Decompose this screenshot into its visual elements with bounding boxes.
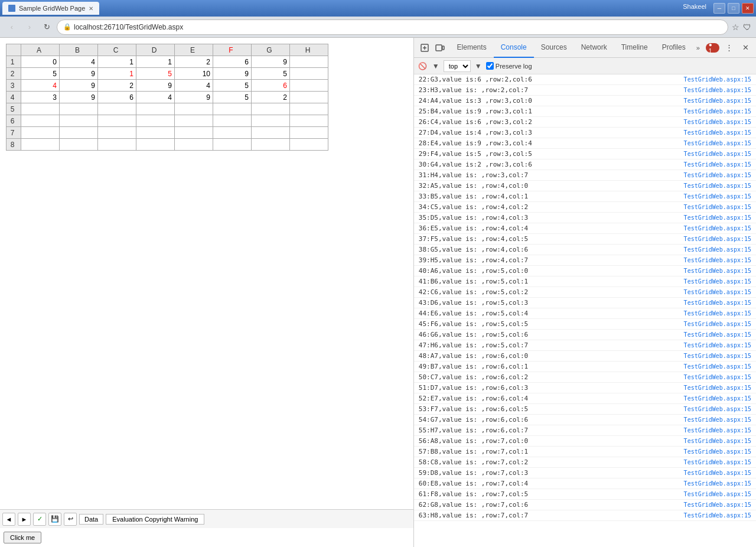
cell-r0-c7[interactable] bbox=[290, 56, 328, 68]
cell-r7-c5[interactable] bbox=[213, 139, 252, 151]
log-source-link[interactable]: TestGridWeb.aspx:15 bbox=[684, 438, 751, 444]
cell-r1-c2[interactable]: 1 bbox=[98, 68, 136, 80]
log-source-link[interactable]: TestGridWeb.aspx:15 bbox=[684, 140, 751, 146]
cell-r4-c1[interactable] bbox=[60, 103, 98, 115]
cell-r6-c3[interactable] bbox=[136, 127, 175, 139]
undo-button[interactable]: ↩ bbox=[64, 513, 77, 526]
cell-r3-c0[interactable]: 3 bbox=[21, 92, 60, 103]
cell-r1-c5[interactable]: 9 bbox=[213, 68, 252, 80]
cell-r1-c3[interactable]: 5 bbox=[136, 68, 175, 80]
tab-elements[interactable]: Elements bbox=[450, 38, 494, 58]
cell-r5-c7[interactable] bbox=[290, 115, 328, 127]
cell-r7-c4[interactable] bbox=[175, 139, 213, 151]
log-source-link[interactable]: TestGridWeb.aspx:15 bbox=[684, 459, 751, 465]
cell-r2-c6[interactable]: 6 bbox=[252, 80, 290, 92]
cell-r7-c2[interactable] bbox=[98, 139, 136, 151]
log-source-link[interactable]: TestGridWeb.aspx:15 bbox=[684, 512, 751, 519]
cell-r7-c3[interactable] bbox=[136, 139, 175, 151]
cell-r6-c7[interactable] bbox=[290, 127, 328, 139]
cell-r0-c2[interactable]: 1 bbox=[98, 56, 136, 68]
log-source-link[interactable]: TestGridWeb.aspx:15 bbox=[684, 342, 751, 349]
log-source-link[interactable]: TestGridWeb.aspx:15 bbox=[684, 119, 751, 125]
log-source-link[interactable]: TestGridWeb.aspx:15 bbox=[684, 289, 751, 295]
devtools-menu-button[interactable]: ⋮ bbox=[722, 40, 736, 56]
device-mode-icon[interactable] bbox=[433, 40, 447, 56]
cell-r1-c4[interactable]: 10 bbox=[175, 68, 213, 80]
refresh-button[interactable]: ↻ bbox=[40, 21, 53, 34]
log-source-link[interactable]: TestGridWeb.aspx:15 bbox=[684, 97, 751, 104]
cell-r4-c5[interactable] bbox=[213, 103, 252, 115]
log-source-link[interactable]: TestGridWeb.aspx:15 bbox=[684, 331, 751, 338]
cell-r7-c0[interactable] bbox=[21, 139, 60, 151]
log-source-link[interactable]: TestGridWeb.aspx:15 bbox=[684, 129, 751, 136]
log-source-link[interactable]: TestGridWeb.aspx:15 bbox=[684, 502, 751, 508]
log-source-link[interactable]: TestGridWeb.aspx:15 bbox=[684, 395, 751, 402]
back-button[interactable]: ‹ bbox=[5, 20, 19, 34]
log-source-link[interactable]: TestGridWeb.aspx:15 bbox=[684, 416, 751, 423]
cell-r5-c6[interactable] bbox=[252, 115, 290, 127]
context-select[interactable]: top bbox=[444, 60, 471, 72]
log-source-link[interactable]: TestGridWeb.aspx:15 bbox=[684, 321, 751, 327]
cell-r5-c0[interactable] bbox=[21, 115, 60, 127]
context-dropdown-icon[interactable]: ▼ bbox=[473, 61, 484, 71]
cell-r5-c5[interactable] bbox=[213, 115, 252, 127]
cell-r2-c1[interactable]: 9 bbox=[60, 80, 98, 92]
log-source-link[interactable]: TestGridWeb.aspx:15 bbox=[684, 385, 751, 391]
click-me-button[interactable]: Click me bbox=[4, 532, 41, 543]
cell-r0-c3[interactable]: 1 bbox=[136, 56, 175, 68]
log-source-link[interactable]: TestGridWeb.aspx:15 bbox=[684, 257, 751, 263]
cell-r2-c0[interactable]: 4 bbox=[21, 80, 60, 92]
minimize-button[interactable]: ─ bbox=[713, 3, 725, 14]
cell-r4-c3[interactable] bbox=[136, 103, 175, 115]
next-button[interactable]: ► bbox=[18, 513, 31, 526]
cell-r0-c1[interactable]: 4 bbox=[60, 56, 98, 68]
cell-r6-c1[interactable] bbox=[60, 127, 98, 139]
cell-r0-c0[interactable]: 0 bbox=[21, 56, 60, 68]
log-source-link[interactable]: TestGridWeb.aspx:15 bbox=[684, 108, 751, 115]
more-tabs-button[interactable]: » bbox=[693, 44, 703, 51]
log-source-link[interactable]: TestGridWeb.aspx:15 bbox=[684, 204, 751, 210]
log-source-link[interactable]: TestGridWeb.aspx:15 bbox=[684, 470, 751, 476]
cell-r3-c4[interactable]: 9 bbox=[175, 92, 213, 103]
log-source-link[interactable]: TestGridWeb.aspx:15 bbox=[684, 151, 751, 157]
log-source-link[interactable]: TestGridWeb.aspx:15 bbox=[684, 87, 751, 93]
cell-r5-c1[interactable] bbox=[60, 115, 98, 127]
cell-r2-c7[interactable] bbox=[290, 80, 328, 92]
preserve-log-checkbox[interactable] bbox=[486, 62, 494, 70]
cell-r4-c0[interactable] bbox=[21, 103, 60, 115]
cell-r2-c5[interactable]: 5 bbox=[213, 80, 252, 92]
tab-timeline[interactable]: Timeline bbox=[614, 38, 655, 58]
data-tab[interactable]: Data bbox=[79, 514, 103, 525]
log-source-link[interactable]: TestGridWeb.aspx:15 bbox=[684, 448, 751, 455]
log-source-link[interactable]: TestGridWeb.aspx:15 bbox=[684, 214, 751, 221]
log-source-link[interactable]: TestGridWeb.aspx:15 bbox=[684, 172, 751, 178]
tab-sources[interactable]: Sources bbox=[534, 38, 574, 58]
cell-r7-c7[interactable] bbox=[290, 139, 328, 151]
cell-r5-c3[interactable] bbox=[136, 115, 175, 127]
cell-r7-c6[interactable] bbox=[252, 139, 290, 151]
tab-console[interactable]: Console bbox=[494, 38, 534, 58]
inspect-element-icon[interactable] bbox=[418, 40, 432, 56]
cell-r3-c2[interactable]: 6 bbox=[98, 92, 136, 103]
save-button[interactable]: 💾 bbox=[48, 513, 61, 526]
log-source-link[interactable]: TestGridWeb.aspx:15 bbox=[684, 353, 751, 359]
forward-button[interactable]: › bbox=[22, 20, 37, 34]
log-source-link[interactable]: TestGridWeb.aspx:15 bbox=[684, 406, 751, 412]
devtools-close-button[interactable]: ✕ bbox=[738, 40, 752, 56]
tab-close-button[interactable]: ✕ bbox=[89, 5, 93, 12]
tab-profiles[interactable]: Profiles bbox=[655, 38, 693, 58]
cell-r0-c5[interactable]: 6 bbox=[213, 56, 252, 68]
cell-r0-c6[interactable]: 9 bbox=[252, 56, 290, 68]
log-source-link[interactable]: TestGridWeb.aspx:15 bbox=[684, 480, 751, 487]
log-source-link[interactable]: TestGridWeb.aspx:15 bbox=[684, 76, 751, 83]
cell-r3-c6[interactable]: 2 bbox=[252, 92, 290, 103]
preserve-log-label[interactable]: Preserve log bbox=[486, 62, 532, 70]
cell-r3-c3[interactable]: 4 bbox=[136, 92, 175, 103]
console-clear-icon[interactable]: 🚫 bbox=[418, 61, 428, 71]
extension-icon[interactable]: 🛡 bbox=[743, 22, 751, 32]
cell-r4-c7[interactable] bbox=[290, 103, 328, 115]
close-button[interactable]: ✕ bbox=[742, 3, 754, 14]
bookmark-icon[interactable]: ☆ bbox=[732, 22, 739, 32]
cell-r3-c1[interactable]: 9 bbox=[60, 92, 98, 103]
cell-r4-c6[interactable] bbox=[252, 103, 290, 115]
